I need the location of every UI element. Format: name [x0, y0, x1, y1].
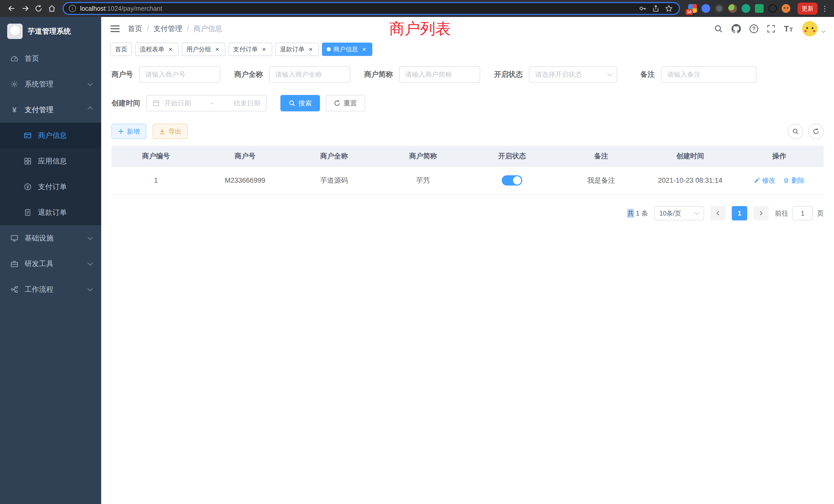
status-label: 开启状态 — [494, 70, 523, 79]
extension-green-square-icon[interactable] — [755, 4, 764, 13]
sidebar-item-dev-tools[interactable]: 研发工具 — [0, 251, 101, 277]
toolbar-right — [788, 124, 824, 139]
tab-close-icon[interactable] — [360, 46, 368, 53]
app-logo[interactable]: 芋道管理系统 — [0, 17, 101, 46]
bookmark-star-icon[interactable] — [665, 5, 673, 12]
font-size-icon[interactable]: TT — [784, 24, 793, 33]
url-path: :1024/pay/merchant — [106, 5, 162, 12]
sidebar-item-refund-orders[interactable]: 退款订单 — [0, 200, 101, 225]
tab-pay-orders[interactable]: 支付订单 — [228, 43, 272, 56]
export-button[interactable]: 导出 — [153, 124, 188, 139]
toggle-search-icon[interactable] — [788, 124, 803, 139]
sidebar-item-label: 退款订单 — [38, 208, 92, 217]
filter-row-1: 商户号 商户全称 商户简称 开启状态 请选择开启状态 — [111, 66, 824, 83]
grid-icon — [24, 158, 32, 165]
remark-label: 备注 — [640, 70, 655, 79]
monitor-icon — [10, 234, 19, 242]
tab-merchant-info[interactable]: 商户信息 — [322, 43, 372, 56]
sidebar-item-app-info[interactable]: 应用信息 — [0, 148, 101, 174]
reset-button[interactable]: 重置 — [326, 95, 365, 111]
goto-page-input[interactable] — [792, 206, 813, 221]
search-button[interactable]: 搜索 — [280, 95, 320, 111]
search-icon[interactable] — [714, 24, 723, 33]
toolbox-icon — [10, 260, 19, 268]
user-menu-caret-icon[interactable] — [822, 25, 825, 35]
pagination-total: 共 1 条 — [627, 209, 648, 218]
browser-forward-button[interactable] — [19, 2, 32, 15]
extension-dark-icon[interactable] — [768, 4, 777, 13]
add-button[interactable]: 新增 — [111, 124, 146, 139]
sidebar-toggle-icon[interactable] — [110, 25, 120, 32]
extension-green-circle-icon[interactable] — [742, 4, 750, 13]
browser-home-button[interactable] — [45, 2, 59, 15]
credit-card-icon — [24, 132, 32, 139]
prev-page-button[interactable] — [710, 206, 726, 221]
tab-label: 商户信息 — [333, 45, 358, 53]
page-annotation: 商户列表 — [389, 19, 451, 39]
help-icon[interactable] — [749, 24, 758, 33]
app-logo-avatar — [7, 24, 23, 39]
tab-process-form[interactable]: 流程表单 — [135, 43, 179, 56]
remark-input[interactable] — [661, 66, 756, 83]
share-icon[interactable] — [652, 5, 659, 12]
page-size-select[interactable]: 10条/页 — [654, 206, 704, 221]
browser-back-button[interactable] — [5, 2, 19, 15]
password-key-icon[interactable] — [639, 5, 646, 12]
tab-refund-orders[interactable]: 退款订单 — [275, 43, 319, 56]
browser-reload-button[interactable] — [32, 2, 45, 15]
next-page-button[interactable] — [753, 206, 769, 221]
github-icon[interactable] — [731, 24, 741, 33]
refresh-table-icon[interactable] — [808, 124, 824, 139]
fullscreen-icon[interactable] — [767, 25, 775, 33]
extension-blue-icon[interactable] — [702, 4, 710, 13]
tab-label: 退款订单 — [280, 45, 305, 53]
user-avatar[interactable] — [802, 21, 817, 37]
extension-grid-icon[interactable]: 10 — [688, 4, 697, 13]
col-status: 开启状态 — [467, 146, 557, 166]
breadcrumb-payment[interactable]: 支付管理 — [154, 24, 182, 33]
tab-close-icon[interactable] — [214, 46, 221, 53]
date-range-picker[interactable]: 开始日期 - 结束日期 — [146, 95, 266, 111]
app-root: 芋道管理系统 首页 系统管理 ¥ 支付管理 — [0, 17, 834, 504]
site-info-icon[interactable] — [69, 5, 76, 12]
sidebar-item-label: 商户信息 — [38, 131, 92, 140]
full-name-input[interactable] — [269, 66, 350, 83]
col-merchant-id: 商户编号 — [111, 146, 200, 166]
status-toggle[interactable] — [502, 175, 522, 186]
merchant-no-input[interactable] — [139, 66, 220, 83]
sidebar-item-pay-orders[interactable]: 支付订单 — [0, 174, 101, 200]
browser-menu-icon[interactable] — [821, 4, 829, 13]
page-button-1[interactable]: 1 — [732, 206, 747, 221]
address-bar-actions — [639, 5, 675, 12]
tab-user-group[interactable]: 用户分组 — [182, 43, 225, 56]
delete-link[interactable]: 删除 — [783, 176, 805, 185]
browser-profile-avatar[interactable] — [782, 4, 790, 13]
tab-home[interactable]: 首页 — [110, 43, 132, 56]
short-name-input[interactable] — [399, 66, 480, 83]
breadcrumb-home[interactable]: 首页 — [128, 24, 142, 33]
dashboard-icon — [10, 55, 19, 62]
sidebar-item-payment[interactable]: ¥ 支付管理 — [0, 97, 101, 123]
pay-order-icon — [24, 183, 32, 191]
tab-close-icon[interactable] — [307, 46, 314, 53]
tab-close-icon[interactable] — [167, 46, 174, 53]
merchant-no-label: 商户号 — [111, 70, 133, 79]
extension-avatar-icon[interactable] — [728, 4, 737, 13]
sidebar-item-infrastructure[interactable]: 基础设施 — [0, 225, 101, 251]
tab-close-icon[interactable] — [260, 46, 267, 53]
browser-update-button[interactable]: 更新 — [797, 3, 817, 15]
sidebar-item-system[interactable]: 系统管理 — [0, 71, 101, 97]
chevron-down-icon — [88, 235, 93, 240]
sidebar-item-merchant-info[interactable]: 商户信息 — [0, 123, 101, 148]
col-merchant-no: 商户号 — [200, 146, 290, 166]
sidebar-item-workflow[interactable]: 工作流程 — [0, 277, 101, 302]
extension-gray-icon[interactable] — [715, 4, 724, 13]
sidebar-item-label: 研发工具 — [25, 259, 82, 269]
goto-prefix: 前往 — [775, 209, 788, 218]
sidebar-item-home[interactable]: 首页 — [0, 46, 101, 71]
sidebar-item-label: 支付管理 — [25, 105, 82, 115]
browser-address-bar[interactable]: localhost:1024/pay/merchant — [63, 2, 680, 15]
url-text: localhost:1024/pay/merchant — [80, 5, 162, 12]
edit-link[interactable]: 修改 — [754, 176, 775, 185]
status-select[interactable]: 请选择开启状态 — [529, 66, 617, 83]
